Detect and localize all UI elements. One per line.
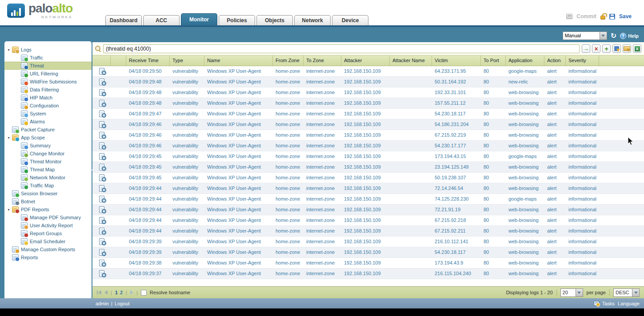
save-icon[interactable]	[609, 14, 615, 20]
table-row[interactable]: 04/18 09:29:44vulnerabilityWindows XP Us…	[92, 205, 644, 215]
sidebar-item-reports[interactable]: Reports	[4, 253, 92, 261]
logout-link[interactable]: Logout	[115, 301, 130, 306]
log-detail-icon[interactable]	[99, 174, 104, 181]
table-row[interactable]: 04/18 09:29:38vulnerabilityWindows XP Us…	[92, 258, 644, 269]
sidebar-item-threat-monitor[interactable]: Threat Monitor	[4, 158, 92, 166]
sidebar-item-traffic[interactable]: Traffic	[4, 54, 92, 62]
page-link-1[interactable]: 1	[115, 290, 118, 295]
sidebar-item-traffic-map[interactable]: Traffic Map	[4, 182, 92, 190]
column-header-severity[interactable]: Severity	[566, 55, 599, 66]
sidebar-item-report-groups[interactable]: Report Groups	[4, 229, 92, 237]
refresh-mode-select[interactable]: Manual	[563, 32, 607, 40]
sidebar-item-threat-map[interactable]: Threat Map	[4, 166, 92, 174]
sidebar-item-data-filtering[interactable]: Data Filtering	[4, 86, 92, 94]
tab-monitor[interactable]: Monitor	[181, 13, 217, 25]
sidebar-item-change-monitor[interactable]: Change Monitor	[4, 150, 92, 158]
log-detail-icon[interactable]	[99, 185, 104, 192]
export-csv-button[interactable]	[633, 44, 641, 53]
first-page-button[interactable]	[97, 290, 101, 295]
resolve-hostname-checkbox[interactable]	[141, 290, 147, 296]
page-link-2[interactable]: 2	[120, 290, 123, 295]
column-header-receive-time[interactable]: Receive Time	[126, 55, 170, 66]
refresh-icon[interactable]: ↻	[611, 32, 616, 40]
save-filter-button[interactable]	[612, 44, 621, 53]
log-detail-icon[interactable]	[99, 132, 104, 138]
log-detail-icon[interactable]	[99, 111, 104, 117]
commit-button[interactable]: Commit	[576, 13, 596, 20]
sort-order-select[interactable]: DESC	[613, 288, 640, 297]
sidebar-item-pdf-reports[interactable]: ▼PDF Reports	[4, 205, 92, 213]
log-detail-icon[interactable]	[99, 79, 104, 85]
save-button[interactable]: Save	[619, 13, 632, 20]
expander-icon[interactable]: ▼	[7, 208, 12, 211]
table-row[interactable]: 04/18 09:29:45vulnerabilityWindows XP Us…	[92, 162, 644, 173]
table-row[interactable]: 04/18 09:29:45vulnerabilityWindows XP Us…	[92, 151, 644, 162]
prev-page-button[interactable]	[104, 290, 108, 295]
sidebar-item-network-monitor[interactable]: Network Monitor	[4, 174, 92, 182]
commit-icon[interactable]	[566, 14, 572, 19]
table-row[interactable]: 04/18 09:29:48vulnerabilityWindows XP Us…	[92, 87, 644, 98]
per-page-select[interactable]: 20	[560, 288, 583, 297]
table-row[interactable]: 04/18 09:29:44vulnerabilityWindows XP Us…	[92, 194, 644, 205]
lock-icon[interactable]	[600, 16, 605, 20]
log-detail-icon[interactable]	[99, 270, 104, 277]
table-row[interactable]: 04/18 09:29:44vulnerabilityWindows XP Us…	[92, 215, 644, 226]
tab-network[interactable]: Network	[294, 15, 331, 25]
table-row[interactable]: 04/18 09:29:45vulnerabilityWindows XP Us…	[92, 173, 644, 183]
sidebar-item-session-browser[interactable]: Session Browser	[4, 190, 92, 198]
table-row[interactable]: 04/18 09:29:39vulnerabilityWindows XP Us…	[92, 237, 644, 247]
chevron-down-icon[interactable]	[576, 288, 583, 297]
apply-filter-button[interactable]	[582, 44, 590, 53]
filter-query-input[interactable]	[103, 44, 580, 53]
log-detail-icon[interactable]	[99, 196, 104, 202]
table-row[interactable]: 04/18 09:29:39vulnerabilityWindows XP Us…	[92, 247, 644, 258]
sidebar-item-botnet[interactable]: Botnet	[4, 198, 92, 205]
sidebar-item-manage-custom-reports[interactable]: Manage Custom Reports	[4, 245, 92, 253]
log-detail-icon[interactable]	[99, 164, 104, 170]
column-header-application[interactable]: Application	[506, 55, 544, 66]
log-detail-icon[interactable]	[99, 217, 104, 224]
log-detail-icon[interactable]	[99, 206, 104, 213]
sidebar-item-alarms[interactable]: Alarms	[4, 118, 92, 126]
sidebar-item-packet-capture[interactable]: Packet Capture	[4, 126, 92, 134]
log-detail-icon[interactable]	[99, 228, 104, 234]
column-header-to-zone[interactable]: To Zone	[304, 55, 341, 66]
sidebar-item-user-activity-report[interactable]: User Activity Report	[4, 221, 92, 229]
tab-device[interactable]: Device	[332, 15, 368, 25]
log-detail-icon[interactable]	[99, 100, 104, 107]
next-page-button[interactable]	[130, 290, 133, 295]
sidebar-item-threat[interactable]: Threat	[4, 62, 92, 70]
language-link[interactable]: Language	[618, 301, 640, 306]
chevron-down-icon[interactable]	[632, 288, 640, 297]
table-row[interactable]: 04/18 09:29:48vulnerabilityWindows XP Us…	[92, 77, 644, 87]
log-detail-icon[interactable]	[99, 260, 104, 266]
sidebar-item-summary[interactable]: Summary	[4, 142, 92, 150]
sidebar-item-hip-match[interactable]: HIP Match	[4, 94, 92, 102]
sidebar-item-email-scheduler[interactable]: Email Scheduler	[4, 237, 92, 245]
sidebar-item-url-filtering[interactable]: URL Filtering	[4, 70, 92, 78]
log-detail-icon[interactable]	[99, 121, 104, 128]
tab-acc[interactable]: ACC	[143, 15, 180, 25]
column-header-action[interactable]: Action	[544, 55, 566, 66]
expander-icon[interactable]: ▼	[7, 136, 12, 139]
table-row[interactable]: 04/18 09:29:44vulnerabilityWindows XP Us…	[92, 183, 644, 194]
add-filter-button[interactable]	[602, 44, 611, 53]
sidebar-item-system[interactable]: System	[4, 110, 92, 118]
log-detail-icon[interactable]	[99, 238, 104, 245]
expander-icon[interactable]: ▼	[7, 48, 12, 51]
tasks-link[interactable]: Tasks	[602, 301, 615, 306]
clear-filter-button[interactable]	[592, 44, 600, 53]
column-header-name[interactable]: Name	[204, 55, 273, 66]
table-row[interactable]: 04/18 09:29:37vulnerabilityWindows XP Us…	[92, 269, 644, 279]
tab-objects[interactable]: Objects	[256, 15, 293, 25]
column-header-to-port[interactable]: To Port	[481, 55, 506, 66]
sidebar-item-logs[interactable]: ▼Logs	[4, 46, 92, 54]
help-button[interactable]: ? Help	[620, 33, 639, 39]
log-detail-icon[interactable]	[99, 68, 104, 75]
load-filter-button[interactable]	[623, 44, 631, 53]
tab-policies[interactable]: Policies	[219, 15, 255, 25]
column-header-from-zone[interactable]: From Zone	[273, 55, 304, 66]
column-header-victim[interactable]: Victim	[432, 55, 481, 66]
table-row[interactable]: 04/18 09:29:44vulnerabilityWindows XP Us…	[92, 226, 644, 237]
table-row[interactable]: 04/18 09:29:48vulnerabilityWindows XP Us…	[92, 98, 644, 109]
